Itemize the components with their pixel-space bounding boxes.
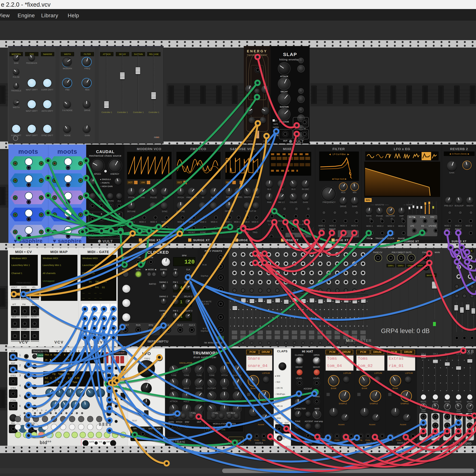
svg-text:◀ Stage back ▶: ◀ Stage back ▶ (332, 178, 346, 180)
